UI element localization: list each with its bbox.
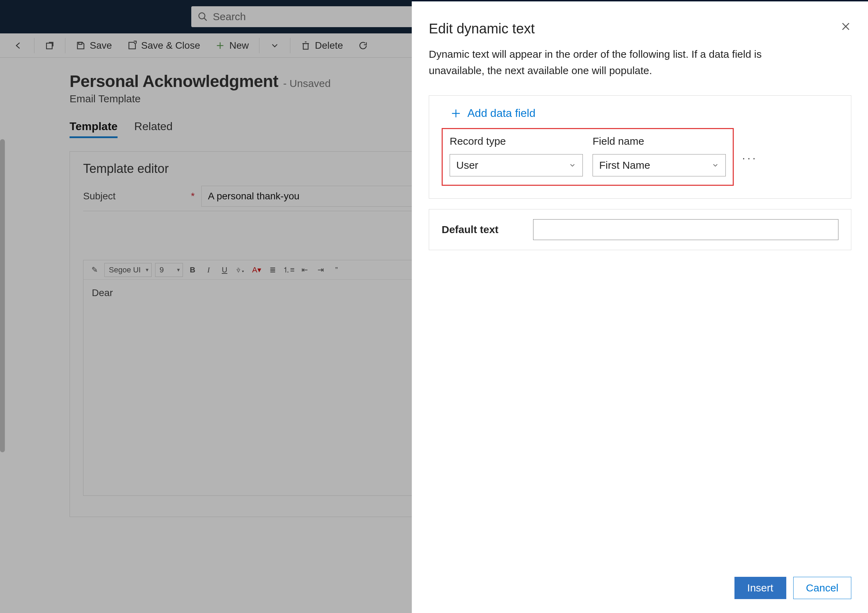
add-data-field-button[interactable]: Add data field: [448, 106, 839, 121]
svg-rect-6: [303, 43, 308, 49]
format-painter-icon[interactable]: ✎: [88, 265, 101, 275]
back-button[interactable]: [7, 39, 31, 53]
popout-icon: [45, 41, 54, 50]
cancel-button[interactable]: Cancel: [793, 577, 851, 599]
field-name-dropdown[interactable]: First Name: [592, 154, 726, 176]
refresh-button[interactable]: [351, 39, 375, 53]
chevron-down-icon: [711, 161, 719, 169]
search-icon: [197, 11, 208, 22]
svg-line-1: [204, 18, 207, 21]
chevron-down-icon: [569, 161, 576, 169]
save-icon: [76, 41, 85, 50]
default-text-input[interactable]: [533, 219, 839, 240]
number-list-button[interactable]: ⒈≡: [282, 265, 295, 275]
save-close-label: Save & Close: [141, 40, 200, 51]
record-type-dropdown[interactable]: User: [450, 154, 583, 176]
font-size-dropdown[interactable]: 9: [155, 263, 183, 277]
indent-button[interactable]: ⇥: [315, 265, 327, 275]
font-size-value: 9: [160, 265, 164, 275]
subject-label-text: Subject: [83, 191, 115, 202]
plus-icon: [451, 108, 461, 119]
save-button[interactable]: Save: [69, 38, 119, 53]
tab-template[interactable]: Template: [70, 120, 118, 138]
separator: [290, 38, 290, 53]
row-more-actions[interactable]: ···: [742, 152, 758, 165]
font-family-dropdown[interactable]: Segoe UI: [104, 263, 152, 277]
new-button[interactable]: New: [208, 38, 256, 53]
save-close-button[interactable]: Save & Close: [120, 38, 207, 53]
field-name-label: Field name: [592, 135, 726, 147]
outdent-button[interactable]: ⇤: [298, 265, 311, 275]
insert-button[interactable]: Insert: [735, 577, 786, 599]
bold-button[interactable]: B: [186, 265, 199, 275]
record-type-label: Record type: [450, 135, 583, 147]
delete-label: Delete: [315, 40, 343, 51]
panel-header: Edit dynamic text: [429, 21, 851, 37]
subject-label: Subject *: [83, 191, 188, 202]
record-type-column: Record type User: [450, 135, 583, 176]
panel-title: Edit dynamic text: [429, 21, 535, 37]
refresh-icon: [358, 41, 368, 50]
add-data-field-label: Add data field: [467, 107, 536, 119]
separator: [65, 38, 65, 53]
arrow-left-icon: [14, 41, 24, 50]
panel-close-button[interactable]: [840, 21, 851, 32]
new-dropdown[interactable]: [263, 39, 287, 53]
default-text-card: Default text: [429, 209, 851, 250]
font-family-value: Segoe UI: [109, 265, 141, 275]
font-color-button[interactable]: A▾: [250, 265, 263, 275]
italic-button[interactable]: I: [202, 265, 215, 275]
separator: [34, 38, 34, 53]
required-indicator: *: [191, 191, 195, 202]
record-status: - Unsaved: [283, 78, 331, 89]
cancel-label: Cancel: [806, 582, 839, 594]
trash-icon: [301, 41, 310, 50]
svg-point-0: [199, 13, 205, 19]
chevron-down-icon: [270, 41, 280, 50]
svg-rect-3: [79, 42, 82, 44]
save-close-icon: [127, 41, 137, 50]
close-icon: [840, 21, 851, 32]
field-name-column: Field name First Name: [592, 135, 726, 176]
page-title: Personal Acknowledgment: [70, 72, 278, 91]
new-label: New: [229, 40, 249, 51]
highlight-button[interactable]: ⎀▾: [234, 265, 247, 275]
panel-footer: Insert Cancel: [429, 570, 851, 613]
svg-rect-2: [46, 43, 52, 49]
save-label: Save: [90, 40, 112, 51]
open-window-button[interactable]: [38, 39, 62, 53]
data-fields-card: Add data field Record type User Field na…: [429, 95, 851, 199]
separator: [259, 38, 259, 53]
field-name-value: First Name: [599, 159, 650, 171]
quote-button[interactable]: ”: [330, 265, 343, 275]
vertical-scrollbar[interactable]: [0, 139, 5, 452]
panel-description: Dynamic text will appear in the order of…: [429, 46, 797, 79]
record-type-value: User: [456, 159, 478, 171]
plus-icon: [215, 41, 225, 50]
tab-related[interactable]: Related: [134, 120, 172, 138]
underline-button[interactable]: U: [219, 265, 231, 275]
insert-label: Insert: [747, 582, 773, 594]
bullet-list-button[interactable]: ≣: [267, 265, 279, 275]
data-field-row-highlighted: Record type User Field name First Name: [442, 128, 734, 186]
delete-button[interactable]: Delete: [294, 38, 350, 53]
search-placeholder: Search: [213, 11, 246, 23]
dynamic-text-panel: Edit dynamic text Dynamic text will appe…: [412, 2, 868, 613]
default-text-label: Default text: [442, 224, 498, 236]
